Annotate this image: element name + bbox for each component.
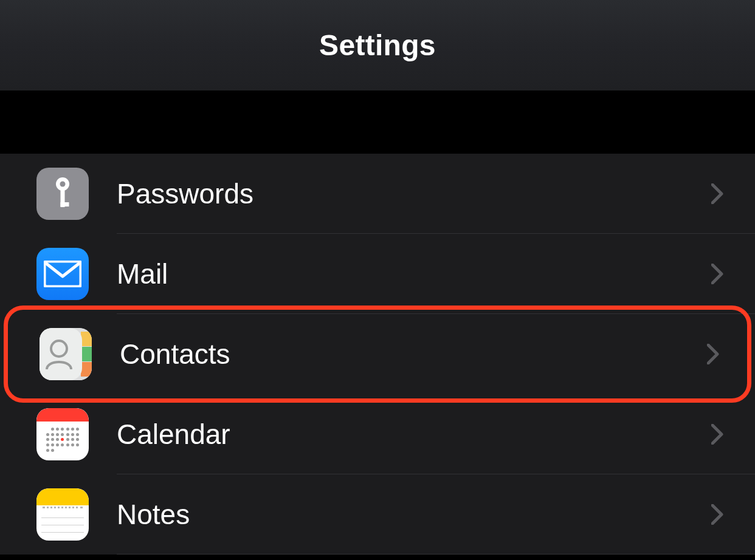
settings-list: Passwords Mail	[0, 154, 755, 555]
row-notes-label: Notes	[117, 498, 711, 531]
notes-icon	[36, 488, 89, 541]
row-contacts-label: Contacts	[120, 338, 707, 370]
contacts-icon	[40, 328, 92, 380]
row-passwords-label: Passwords	[117, 177, 711, 210]
svg-point-1	[60, 182, 66, 187]
section-gap	[0, 90, 755, 154]
calendar-icon	[36, 408, 89, 460]
row-calendar-label: Calendar	[117, 418, 711, 451]
chevron-right-icon	[711, 424, 723, 445]
row-divider	[117, 554, 755, 555]
chevron-right-icon	[711, 264, 723, 284]
chevron-right-icon	[711, 183, 723, 204]
row-calendar[interactable]: Calendar	[0, 394, 755, 474]
chevron-right-icon	[711, 504, 723, 525]
page-title: Settings	[319, 29, 436, 62]
settings-header: Settings	[0, 0, 755, 90]
row-mail-label: Mail	[117, 258, 711, 290]
envelope-icon	[36, 248, 89, 300]
row-mail[interactable]: Mail	[0, 234, 755, 314]
row-notes[interactable]: Notes	[0, 474, 755, 555]
row-passwords[interactable]: Passwords	[0, 154, 755, 234]
svg-rect-6	[81, 332, 92, 346]
row-contacts[interactable]: Contacts	[4, 306, 751, 403]
svg-rect-8	[81, 362, 92, 377]
svg-rect-7	[81, 347, 92, 361]
chevron-right-icon	[707, 344, 719, 364]
svg-rect-9	[40, 328, 82, 380]
key-icon	[36, 168, 89, 220]
svg-rect-3	[61, 202, 69, 207]
